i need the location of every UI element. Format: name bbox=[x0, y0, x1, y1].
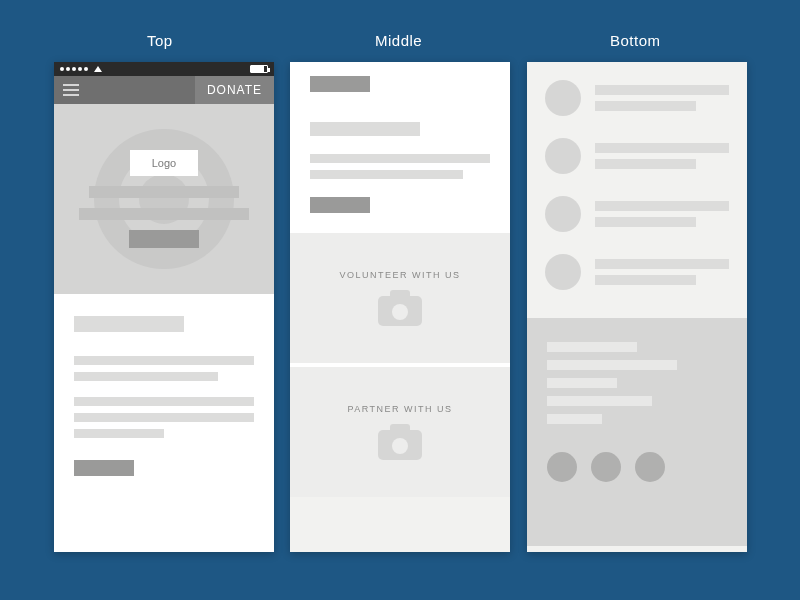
battery-icon bbox=[250, 65, 268, 73]
label-middle: Middle bbox=[375, 32, 422, 49]
social-icon[interactable] bbox=[591, 452, 621, 482]
text-line-placeholder bbox=[74, 356, 254, 365]
hero-text-line bbox=[89, 186, 239, 198]
section-heading-placeholder bbox=[310, 122, 420, 136]
footer-line-placeholder bbox=[547, 360, 677, 370]
text-line-placeholder bbox=[595, 217, 696, 227]
button-placeholder[interactable] bbox=[310, 197, 370, 213]
list-item[interactable] bbox=[545, 196, 729, 232]
nav-bar: DONATE bbox=[54, 76, 274, 104]
hero-cta-button[interactable] bbox=[129, 230, 199, 248]
list-item[interactable] bbox=[545, 254, 729, 290]
social-icon[interactable] bbox=[635, 452, 665, 482]
list-section bbox=[527, 62, 747, 318]
status-bar bbox=[54, 62, 274, 76]
partner-card[interactable]: PARTNER WITH US bbox=[290, 367, 510, 497]
wifi-icon bbox=[94, 66, 102, 72]
section-heading-placeholder bbox=[74, 316, 184, 332]
footer-line-placeholder bbox=[547, 414, 602, 424]
avatar-placeholder bbox=[545, 138, 581, 174]
hero-text-line bbox=[79, 208, 249, 220]
hamburger-icon[interactable] bbox=[54, 76, 88, 104]
social-icons bbox=[547, 452, 727, 482]
avatar-placeholder bbox=[545, 254, 581, 290]
list-item[interactable] bbox=[545, 138, 729, 174]
footer-line-placeholder bbox=[547, 378, 617, 388]
camera-icon bbox=[378, 424, 422, 460]
text-line-placeholder bbox=[595, 85, 729, 95]
content-section bbox=[54, 294, 274, 552]
donate-button[interactable]: DONATE bbox=[195, 76, 274, 104]
text-line-placeholder bbox=[74, 413, 254, 422]
footer-line-placeholder bbox=[547, 342, 637, 352]
avatar-placeholder bbox=[545, 80, 581, 116]
card-title: PARTNER WITH US bbox=[347, 404, 452, 414]
button-placeholder[interactable] bbox=[74, 460, 134, 476]
button-placeholder[interactable] bbox=[310, 76, 370, 92]
avatar-placeholder bbox=[545, 196, 581, 232]
footer-line-placeholder bbox=[547, 396, 652, 406]
text-line-placeholder bbox=[74, 372, 218, 381]
footer-section bbox=[527, 318, 747, 546]
text-line-placeholder bbox=[595, 159, 696, 169]
label-bottom: Bottom bbox=[610, 32, 661, 49]
text-line-placeholder bbox=[310, 154, 490, 163]
text-line-placeholder bbox=[595, 201, 729, 211]
text-line-placeholder bbox=[595, 275, 696, 285]
text-line-placeholder bbox=[595, 143, 729, 153]
list-item[interactable] bbox=[545, 80, 729, 116]
frame-middle: VOLUNTEER WITH US PARTNER WITH US bbox=[290, 62, 510, 552]
text-line-placeholder bbox=[310, 170, 463, 179]
card-title: VOLUNTEER WITH US bbox=[339, 270, 460, 280]
text-line-placeholder bbox=[74, 429, 164, 438]
text-line-placeholder bbox=[74, 397, 254, 406]
logo-placeholder: Logo bbox=[130, 150, 198, 176]
label-top: Top bbox=[147, 32, 173, 49]
hero-section: Logo bbox=[54, 104, 274, 294]
signal-dots-icon bbox=[60, 66, 102, 72]
text-line-placeholder bbox=[595, 259, 729, 269]
social-icon[interactable] bbox=[547, 452, 577, 482]
content-section bbox=[290, 62, 510, 233]
frame-bottom bbox=[527, 62, 747, 552]
text-line-placeholder bbox=[595, 101, 696, 111]
camera-icon bbox=[378, 290, 422, 326]
frame-top: DONATE Logo bbox=[54, 62, 274, 552]
volunteer-card[interactable]: VOLUNTEER WITH US bbox=[290, 233, 510, 363]
